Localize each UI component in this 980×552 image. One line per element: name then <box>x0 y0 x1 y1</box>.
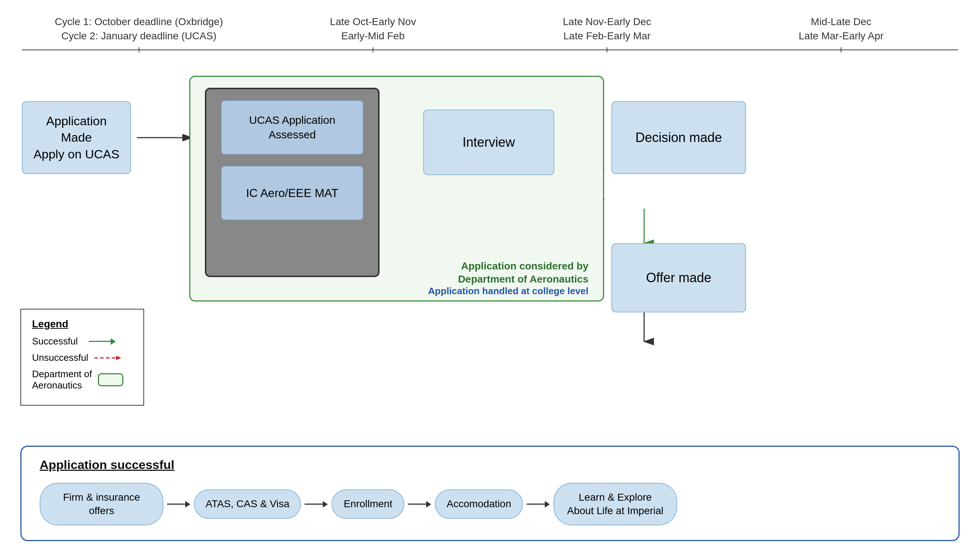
ucas-assessed-box: UCAS Application Assessed <box>221 100 364 155</box>
success-arrow-1 <box>167 501 190 507</box>
app-made-label: Application Made Apply on UCAS <box>22 101 131 174</box>
success-arrow-4 <box>527 501 550 507</box>
main-container: Cycle 1: October deadline (Oxbridge) Cyc… <box>0 0 980 552</box>
aeronautics-label: Application considered by Department of … <box>458 260 589 286</box>
timeline-item-4: Mid-Late Dec Late Mar-Early Apr <box>724 14 958 43</box>
svg-marker-12 <box>116 356 121 360</box>
unsuccessful-arrow-icon <box>94 354 121 362</box>
green-container: UCAS Application Assessed IC Aero/EEE MA… <box>189 76 604 302</box>
legend-successful: Successful <box>32 336 132 347</box>
success-arrow-2 <box>305 501 328 507</box>
dept-box-icon <box>98 373 123 386</box>
college-label: Application handled at college level <box>428 286 589 297</box>
success-step-4: Learn & Explore About Life at Imperial <box>554 483 677 525</box>
mat-box: IC Aero/EEE MAT <box>221 166 364 220</box>
success-step-2: Enrollment <box>331 489 404 518</box>
timeline-item-2: Late Oct-Early Nov Early-Mid Feb <box>256 14 490 43</box>
offer-box: Offer made <box>611 243 746 313</box>
legend-unsuccessful: Unsuccessful <box>32 352 132 364</box>
legend-box: Legend Successful Unsuccessful Departmen… <box>21 309 144 406</box>
success-step-0: Firm & insurance offers <box>40 483 163 525</box>
success-title: Application successful <box>40 458 940 472</box>
interview-box: Interview <box>423 110 554 175</box>
success-step-1: ATAS, CAS & Visa <box>194 489 301 518</box>
legend-dept: Department of Aeronautics <box>32 369 132 391</box>
timeline-item-3: Late Nov-Early Dec Late Feb-Early Mar <box>490 14 724 43</box>
app-made-box: Application Made Apply on UCAS <box>22 101 131 174</box>
success-arrow-3 <box>408 501 431 507</box>
flow-diagram: Application Made Apply on UCAS UCAS Appl… <box>22 65 958 356</box>
success-flow: Firm & insurance offers ATAS, CAS & Visa… <box>40 483 940 525</box>
timeline: Cycle 1: October deadline (Oxbridge) Cyc… <box>22 11 958 43</box>
success-step-3: Accomodation <box>435 489 523 518</box>
timeline-item-1: Cycle 1: October deadline (Oxbridge) Cyc… <box>22 14 256 43</box>
legend-title: Legend <box>32 318 132 330</box>
successful-arrow-icon <box>89 338 116 345</box>
dark-inner-box: UCAS Application Assessed IC Aero/EEE MA… <box>205 88 380 277</box>
decision-box: Decision made <box>611 101 746 174</box>
success-section: Application successful Firm & insurance … <box>21 446 959 541</box>
